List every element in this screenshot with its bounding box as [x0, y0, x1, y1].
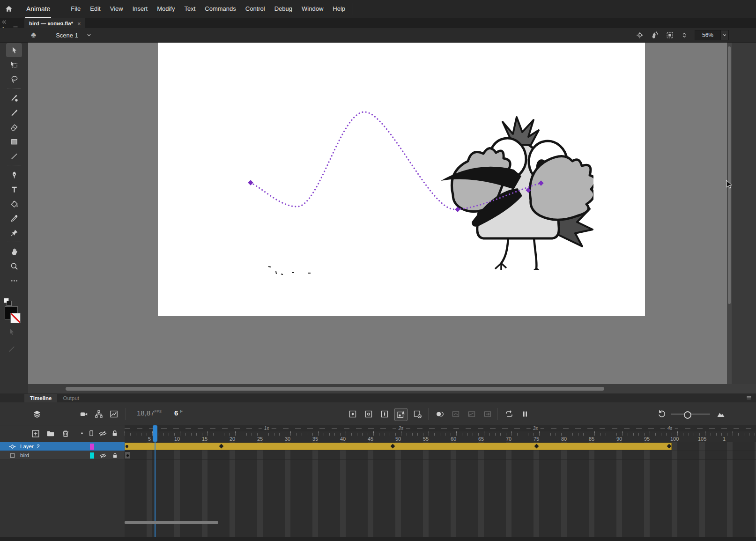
tab-timeline[interactable]: Timeline: [24, 394, 57, 402]
app-brand-tab[interactable]: Animate: [21, 0, 56, 18]
lock-column-header[interactable]: [111, 429, 119, 437]
clip-content-icon[interactable]: [666, 31, 674, 39]
tool-lasso[interactable]: [6, 72, 22, 86]
menu-item[interactable]: File: [66, 0, 85, 18]
tool-asset-warp[interactable]: [6, 226, 22, 240]
layer-row-bird[interactable]: bird: [0, 451, 125, 460]
resize-frame-view-button[interactable]: [715, 408, 727, 420]
bird-keyframe-cell[interactable]: [125, 452, 130, 459]
insert-blank-keyframe-button[interactable]: [363, 408, 375, 420]
tool-eyedropper[interactable]: [6, 211, 22, 225]
center-stage-icon[interactable]: [636, 31, 644, 39]
close-tab-icon[interactable]: ×: [77, 21, 81, 27]
layer-name[interactable]: Layer_2: [20, 444, 40, 449]
timeline-frame-area[interactable]: 1s2s3s4s 5101520253035404550556065707580…: [125, 425, 756, 541]
current-frame-indicator[interactable]: 6 F: [174, 409, 183, 417]
document-tab[interactable]: bird — копия.fla* ×: [24, 18, 85, 29]
timeline-horizontal-scrollbar-thumb[interactable]: [125, 521, 218, 524]
tool-hand[interactable]: [6, 245, 22, 259]
timeline-zoom-slider[interactable]: [671, 414, 710, 415]
menu-item[interactable]: Text: [179, 0, 200, 18]
tool-line[interactable]: [6, 149, 22, 163]
pause-button[interactable]: [519, 408, 531, 420]
create-shape-tween-button[interactable]: [466, 408, 478, 420]
tool-zoom[interactable]: [6, 259, 22, 273]
tool-fluid-brush[interactable]: [6, 91, 22, 105]
tool-paint-bucket[interactable]: [6, 197, 22, 211]
reset-timeline-zoom-button[interactable]: [656, 408, 668, 420]
tool-rectangle[interactable]: [6, 134, 22, 148]
classic-tween-span[interactable]: [125, 443, 672, 450]
tool-more[interactable]: [6, 274, 22, 288]
panel-menu-icon[interactable]: [746, 394, 752, 401]
frame-row-bird[interactable]: [125, 451, 756, 460]
layer-locked-icon[interactable]: [111, 452, 119, 459]
layer-row-layer2[interactable]: Layer_2: [0, 442, 125, 451]
new-layer-button[interactable]: [31, 429, 40, 438]
motion-guide-path[interactable]: [158, 43, 645, 316]
fps-indicator[interactable]: 18,87FPS: [137, 409, 162, 417]
default-colors-icon[interactable]: [4, 298, 11, 305]
menu-item[interactable]: Edit: [85, 0, 105, 18]
insert-keyframe-button[interactable]: [347, 408, 359, 420]
menu-item[interactable]: Commands: [200, 0, 240, 18]
tool-text[interactable]: [6, 182, 22, 196]
tool-selection[interactable]: [6, 43, 22, 57]
outline-column-header[interactable]: [78, 429, 86, 437]
horizontal-scrollbar-thumb[interactable]: [66, 387, 604, 391]
slider-knob[interactable]: [684, 411, 691, 419]
horizontal-scrollbar[interactable]: [28, 384, 756, 393]
frame-number: 105: [698, 436, 706, 442]
toolbar-divider: [126, 408, 126, 420]
show-parenting-button[interactable]: [93, 408, 105, 420]
new-folder-button[interactable]: [46, 429, 55, 438]
menu-item[interactable]: Help: [328, 0, 350, 18]
home-button[interactable]: [0, 0, 18, 18]
delete-layer-button[interactable]: [61, 429, 70, 438]
symbol-menu-icon[interactable]: ♣: [31, 30, 36, 40]
menu-item[interactable]: Debug: [270, 0, 297, 18]
rotate-view-icon[interactable]: [651, 31, 659, 39]
graph-editor-button[interactable]: [108, 408, 120, 420]
visibility-column-header[interactable]: [98, 429, 107, 438]
playhead-handle[interactable]: [153, 425, 157, 442]
stage-canvas[interactable]: [158, 43, 645, 316]
menu-item[interactable]: Control: [241, 0, 270, 18]
frame-number: 55: [423, 436, 429, 442]
layer-color-swatch[interactable]: [90, 452, 94, 459]
insert-frame-button[interactable]: [378, 408, 391, 420]
tool-subselection[interactable]: [6, 58, 22, 72]
delete-frames-button[interactable]: [411, 408, 423, 420]
scene-chevron-down-icon[interactable]: [86, 32, 92, 38]
tab-output[interactable]: Output: [57, 394, 85, 402]
vertical-scrollbar[interactable]: [727, 43, 732, 384]
menu-item[interactable]: Window: [297, 0, 328, 18]
layer-hidden-eye-slash-icon[interactable]: [99, 452, 107, 459]
onion-skin-button[interactable]: [434, 408, 446, 420]
frame-ruler-numbers[interactable]: 5101520253035404550556065707580859095100…: [125, 436, 756, 443]
zoom-stepper-icon[interactable]: [681, 31, 688, 39]
layer-color-swatch[interactable]: [90, 444, 94, 450]
tool-classic-brush[interactable]: [6, 105, 22, 119]
loop-playback-button[interactable]: [503, 408, 515, 420]
disabled-tool-icon: [7, 345, 16, 353]
add-camera-button[interactable]: [78, 408, 90, 420]
auto-keyframe-button[interactable]: [394, 408, 408, 421]
tool-separator: [7, 165, 21, 166]
menu-item[interactable]: Modify: [152, 0, 179, 18]
create-motion-tween-button[interactable]: [482, 408, 494, 420]
fill-color-swatch[interactable]: [10, 313, 21, 323]
zoom-level-control[interactable]: 56%: [695, 30, 729, 40]
vertical-scrollbar-thumb[interactable]: [728, 46, 731, 304]
show-layers-button[interactable]: [31, 408, 43, 420]
layer-name[interactable]: bird: [20, 452, 29, 458]
zoom-dropdown-chevron-icon[interactable]: [720, 30, 728, 40]
frame-row-layer2[interactable]: [125, 442, 756, 451]
tool-pen[interactable]: [6, 168, 22, 182]
highlight-column-header[interactable]: [87, 429, 96, 437]
menu-item[interactable]: View: [105, 0, 128, 18]
create-classic-tween-button[interactable]: [450, 408, 462, 420]
tool-eraser[interactable]: [6, 120, 22, 134]
collapse-panel-icon[interactable]: [1, 19, 7, 25]
menu-item[interactable]: Insert: [128, 0, 153, 18]
